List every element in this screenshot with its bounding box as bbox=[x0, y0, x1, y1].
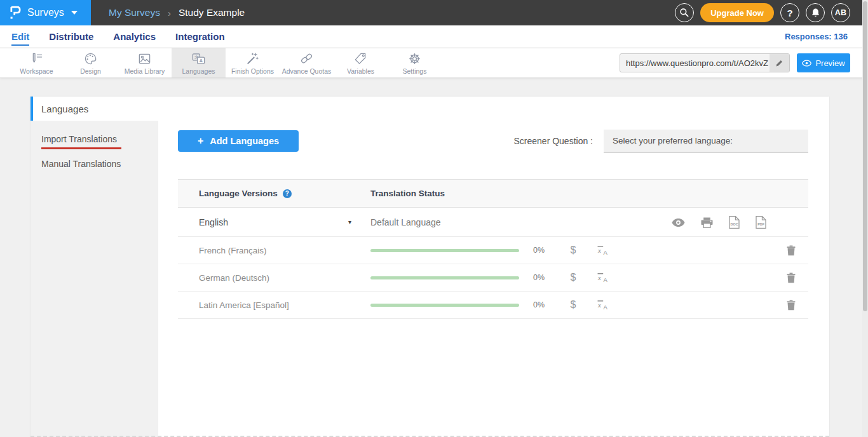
bell-icon bbox=[811, 8, 820, 18]
svg-text:A: A bbox=[603, 304, 607, 310]
tab-analytics[interactable]: Analytics bbox=[113, 27, 156, 46]
export-doc-button[interactable]: DOC bbox=[729, 216, 740, 229]
help-tooltip-icon[interactable]: ? bbox=[283, 189, 292, 198]
screener-question-label: Screener Question : bbox=[513, 136, 593, 146]
svg-text:x: x bbox=[597, 301, 601, 309]
translation-progress-bar bbox=[370, 276, 519, 279]
help-button[interactable]: ? bbox=[780, 3, 799, 22]
toolbar-item-label: Settings bbox=[403, 67, 427, 75]
toolbar-item-finish-options[interactable]: Finish Options bbox=[226, 48, 280, 77]
table-header-row: Language Versions ? Translation Status bbox=[178, 179, 808, 208]
toolbar-item-media-library[interactable]: Media Library bbox=[118, 48, 172, 77]
trash-icon bbox=[787, 245, 796, 256]
languages-icon: 文 A bbox=[191, 51, 206, 66]
page-background: Languages Import Translations Manual Tra… bbox=[0, 78, 868, 437]
toolbar-item-workspace[interactable]: Workspace bbox=[10, 48, 64, 77]
top-header: Surveys My Surveys › Study Example Upgra… bbox=[0, 0, 868, 25]
toolbar-item-variables[interactable]: Variables bbox=[334, 48, 388, 77]
product-name: Surveys bbox=[27, 7, 64, 18]
translate-icon: x A bbox=[597, 300, 609, 310]
language-name: German (Deutsch) bbox=[178, 273, 370, 283]
paid-translation-button[interactable]: $ bbox=[559, 272, 588, 283]
media-library-icon bbox=[137, 51, 152, 66]
delete-language-button[interactable] bbox=[773, 272, 808, 283]
sidebar-item-manual-translations[interactable]: Manual Translations bbox=[31, 152, 158, 171]
preview-label: Preview bbox=[815, 58, 844, 68]
translation-percent: 0% bbox=[519, 246, 559, 255]
table-row-default-language: English ▾ Default Language bbox=[178, 208, 808, 237]
svg-text:PDF: PDF bbox=[757, 222, 764, 226]
red-highlight-underline bbox=[41, 147, 121, 149]
advance-quotas-icon bbox=[299, 51, 314, 66]
print-survey-button[interactable] bbox=[701, 217, 713, 228]
toolbar-item-label: Finish Options bbox=[231, 67, 274, 75]
tab-integration[interactable]: Integration bbox=[175, 27, 225, 46]
export-pdf-button[interactable]: PDF bbox=[756, 216, 766, 229]
edit-toolbar: Workspace Design Media Library 文 A Langu… bbox=[0, 48, 868, 78]
tab-distribute[interactable]: Distribute bbox=[49, 27, 93, 46]
paid-translation-button[interactable]: $ bbox=[559, 299, 588, 311]
toolbar-item-label: Advance Quotas bbox=[282, 67, 332, 75]
tab-edit[interactable]: Edit bbox=[11, 27, 29, 46]
upgrade-button[interactable]: Upgrade Now bbox=[700, 3, 774, 22]
language-name: English bbox=[199, 217, 228, 227]
add-languages-button[interactable]: + Add Languages bbox=[178, 130, 299, 152]
auto-translate-button[interactable]: x A bbox=[588, 245, 617, 255]
languages-main-content: + Add Languages Screener Question : Sele… bbox=[158, 121, 829, 437]
chevron-down-icon bbox=[71, 11, 78, 15]
search-button[interactable] bbox=[675, 3, 694, 22]
delete-language-button[interactable] bbox=[773, 300, 808, 311]
toolbar-item-label: Languages bbox=[182, 67, 215, 75]
languages-panel: Languages Import Translations Manual Tra… bbox=[31, 97, 829, 437]
language-versions-table: Language Versions ? Translation Status E… bbox=[178, 179, 808, 319]
subnav-label: Manual Translations bbox=[41, 159, 121, 169]
view-survey-button[interactable] bbox=[672, 218, 685, 227]
survey-url-input[interactable] bbox=[620, 54, 770, 72]
language-name: French (Français) bbox=[178, 246, 370, 255]
notifications-button[interactable] bbox=[806, 3, 825, 22]
scrollbar-track[interactable] bbox=[862, 0, 868, 437]
auto-translate-button[interactable]: x A bbox=[588, 272, 617, 283]
toolbar-item-settings[interactable]: Settings bbox=[388, 48, 442, 77]
translation-percent: 0% bbox=[519, 273, 559, 282]
workspace-icon bbox=[29, 51, 44, 66]
sidebar-item-languages-active[interactable]: Languages bbox=[31, 97, 829, 121]
screener-question-group: Screener Question : Select your preferre… bbox=[513, 130, 808, 152]
screener-question-select[interactable]: Select your preferred language: bbox=[604, 130, 808, 152]
translation-progress-bar bbox=[370, 304, 519, 307]
scrollbar-thumb[interactable] bbox=[863, 1, 867, 311]
toolbar-item-languages[interactable]: 文 A Languages bbox=[172, 48, 226, 77]
toolbar-item-design[interactable]: Design bbox=[64, 48, 118, 77]
edit-url-button[interactable] bbox=[770, 54, 789, 72]
product-switcher[interactable]: Surveys bbox=[0, 0, 91, 25]
header-actions: Upgrade Now ? AB bbox=[675, 3, 850, 22]
breadcrumb-separator-icon: › bbox=[168, 8, 171, 18]
active-accent-bar bbox=[31, 97, 33, 121]
svg-text:A: A bbox=[603, 249, 607, 255]
variables-icon bbox=[353, 51, 368, 66]
breadcrumb-my-surveys[interactable]: My Surveys bbox=[109, 7, 160, 18]
pdf-file-icon: PDF bbox=[756, 216, 766, 229]
eye-icon bbox=[672, 218, 685, 227]
avatar[interactable]: AB bbox=[831, 3, 850, 22]
doc-file-icon: DOC bbox=[729, 216, 740, 229]
default-language-dropdown[interactable]: English ▾ bbox=[178, 217, 370, 227]
column-language-versions: Language Versions bbox=[199, 189, 278, 198]
pencil-icon bbox=[775, 59, 783, 67]
toolbar-item-advance-quotas[interactable]: Advance Quotas bbox=[280, 48, 334, 77]
svg-text:A: A bbox=[603, 276, 607, 283]
translation-progress-bar bbox=[370, 249, 519, 252]
design-icon bbox=[83, 51, 98, 66]
default-language-actions: DOC PDF bbox=[672, 208, 766, 237]
responses-count[interactable]: Responses: 136 bbox=[785, 32, 848, 41]
paid-translation-button[interactable]: $ bbox=[559, 245, 588, 256]
auto-translate-button[interactable]: x A bbox=[588, 300, 617, 310]
sidebar-item-import-translations[interactable]: Import Translations bbox=[31, 127, 158, 152]
toolbar-right-group: Preview bbox=[620, 48, 850, 77]
chevron-down-icon: ▾ bbox=[348, 218, 351, 225]
trash-icon bbox=[787, 272, 796, 283]
preview-button[interactable]: Preview bbox=[797, 53, 850, 72]
svg-text:x: x bbox=[597, 246, 601, 254]
delete-language-button[interactable] bbox=[773, 245, 808, 256]
survey-section-tabs: Edit Distribute Analytics Integration Re… bbox=[0, 25, 868, 48]
